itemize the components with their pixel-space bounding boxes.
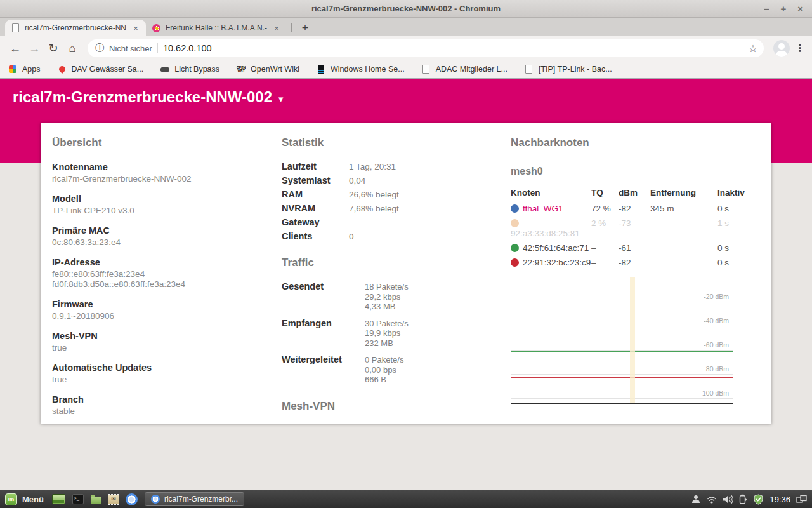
bookmark-label: [TIP] TP-Link - Bac... [539,65,612,74]
chevron-down-icon[interactable]: ▾ [278,90,284,105]
tab-close-icon[interactable]: × [131,23,140,33]
chart-time-cursor-band [630,277,635,403]
chart-tick-label: -100 dBm [700,390,729,398]
bookmark-label: Licht Bypass [174,65,219,74]
battery-icon[interactable] [739,494,747,504]
terminal-launcher[interactable] [72,494,84,504]
window-titlebar[interactable]: rical7m-Grenzmerbruecke-NNW-002 - Chromi… [0,0,812,18]
browser-tab[interactable]: rical7m-Grenzmerbruecke-NNW × [5,20,146,36]
home-button[interactable]: ⌂ [63,43,81,54]
overview-heading: Übersicht [52,137,258,149]
overview-section: Übersicht Knotenname rical7m-Grenzmerbru… [41,123,270,424]
bookmark-item[interactable]: ADAC Mitglieder L... [421,64,508,74]
bookmark-item[interactable]: Windows Home Se... [316,64,405,74]
bookmark-item[interactable]: OpenWrt Wiki [236,64,299,74]
stat-row: NVRAM 7,68% belegt [282,204,487,213]
forward-button[interactable]: → [25,43,43,54]
traffic-row: Gesendet 18 Pakete/s 29,2 kbps 4,33 MB [282,282,487,312]
chromium-launcher[interactable] [126,493,138,505]
taskbar-window-button[interactable]: rical7m-Grenzmerbr... [145,492,244,506]
overview-item: Firmware 0.9.1~20180906 [52,299,258,321]
close-button[interactable]: × [797,4,803,13]
file-manager-launcher[interactable] [91,497,102,504]
mint-logo-icon [5,493,17,505]
neighbor-dbm: -82 [619,203,650,214]
maximize-button[interactable]: + [780,4,786,13]
traffic-row: Weitergeleitet 0 Pakete/s 0,00 bps 666 B [282,355,487,385]
page-viewport: rical7m-Grenzmerbruecke-NNW-002 ▾ Übersi… [0,79,812,490]
new-tab-button[interactable]: + [296,20,314,36]
site-info-icon[interactable]: ⓘ [95,43,104,54]
reload-button[interactable]: ↻ [44,43,62,54]
overview-item-value: 0.9.1~20180906 [52,311,258,321]
minimize-button[interactable]: – [764,4,769,13]
stat-row: Gateway [282,218,487,227]
node-name[interactable]: ffhal_WG1 [523,203,563,214]
statistics-heading: Statistik [282,137,487,149]
stat-value: 26,6% belegt [349,190,399,199]
security-label: Nicht sicher [109,44,152,53]
neighbor-row: 22:91:32:bc:23:c9 – -82 0 s [511,257,760,268]
traffic-label: Weitergeleitet [282,355,365,385]
node-name[interactable]: 92:a3:33:d8:25:81 [511,228,580,239]
bookmark-item[interactable]: Apps [8,64,41,74]
bookmark-favicon-icon [8,64,18,74]
overview-item-label: Firmware [52,299,258,309]
neighbors-column-header: Knoten [511,187,591,198]
chart-gridline [511,350,733,351]
node-name[interactable]: 42:5f:61:64:ac:71 [523,243,589,253]
url-text[interactable]: 10.62.0.100 [163,43,743,53]
wifi-icon[interactable] [707,495,717,504]
neighbor-tq: 2 % [591,218,619,229]
system-tray: 19:36 [691,494,807,505]
traffic-value: 30 Pakete/s 19,9 kbps 232 MB [365,319,409,349]
status-card: Übersicht Knotenname rical7m-Grenzmerbru… [41,123,771,424]
overview-item: Knotenname rical7m-Grenzmerbruecke-NNW-0… [52,162,258,184]
window-title: rical7m-Grenzmerbruecke-NNW-002 - Chromi… [311,4,501,13]
bookmark-label: Windows Home Se... [331,65,405,74]
neighbor-tq: – [591,257,619,268]
overview-item: IP-Adresse fe80::e80:63ff:fe3a:23e4 fd0f… [52,257,258,290]
neighbors-column-header: Entfernung [650,187,717,198]
bookmark-star-icon[interactable]: ☆ [749,43,757,55]
neighbor-inactive: 0 s [717,203,760,214]
tab-close-icon[interactable]: × [272,23,281,33]
chart-gridline [511,326,733,326]
overview-item-label: IP-Adresse [52,257,258,267]
update-shield-icon[interactable] [753,494,764,505]
overview-item-label: Mesh-VPN [52,331,258,341]
neighbor-distance: 345 m [650,203,717,214]
show-desktop-button[interactable] [52,494,65,504]
stat-value: 0,04 [349,176,365,185]
browser-menu-icon[interactable]: ⋮ [794,43,806,54]
stat-label: Clients [282,232,349,241]
mail-launcher[interactable] [108,495,119,504]
chart-tick-label: -20 dBm [704,293,729,300]
browser-tab[interactable]: Freifunk Halle :: B.A.T.M.A.N.-ad × [146,20,287,36]
back-button[interactable]: ← [6,43,24,54]
start-menu-button[interactable]: Menü [5,493,44,505]
chart-series-line [511,351,733,352]
taskbar-window-title: rical7m-Grenzmerbr... [164,495,238,504]
node-title[interactable]: rical7m-Grenzmerbruecke-NNW-002 ▾ [0,79,812,106]
bookmark-item[interactable]: DAV Gewässer Sa... [57,64,144,74]
user-icon[interactable] [691,494,701,504]
bookmark-item[interactable]: [TIP] TP-Link - Bac... [524,64,612,74]
volume-icon[interactable] [723,495,733,504]
workspace-switcher-icon[interactable] [796,495,807,504]
address-bar[interactable]: ⓘ Nicht sicher 10.62.0.100 ☆ [88,39,764,57]
bookmark-item[interactable]: Licht Bypass [160,64,219,74]
node-status-dot [511,204,519,213]
bookmark-favicon-icon [524,64,534,74]
stat-label: NVRAM [282,204,349,213]
neighbor-row: 42:5f:61:64:ac:71 – -61 0 s [511,243,760,253]
tab-title: rical7m-Grenzmerbruecke-NNW [25,23,126,32]
neighbor-inactive: 1 s [717,218,760,229]
taskbar-clock[interactable]: 19:36 [769,495,790,504]
profile-avatar[interactable] [773,40,790,57]
stat-row: Clients 0 [282,232,487,241]
node-name[interactable]: 22:91:32:bc:23:c9 [523,257,591,268]
chart-tick-label: -60 dBm [704,341,729,349]
neighbor-row: ffhal_WG1 72 % -82 345 m 0 s [511,203,760,214]
stat-row: RAM 26,6% belegt [282,190,487,199]
